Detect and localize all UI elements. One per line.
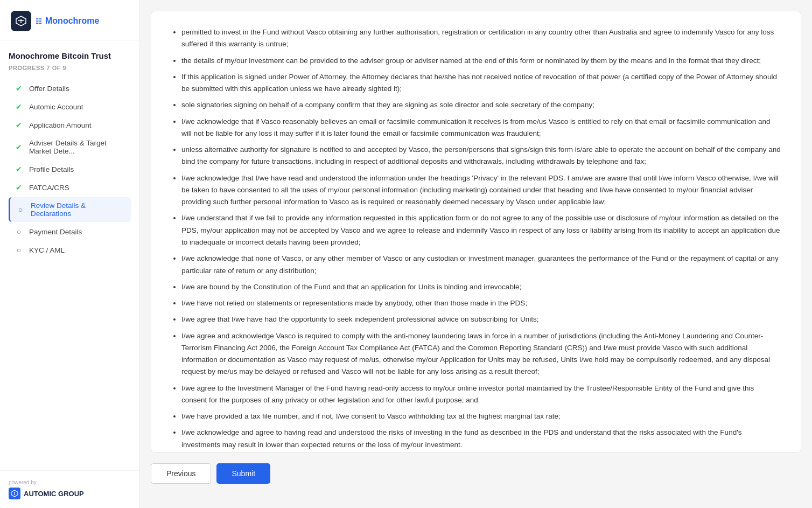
- nav-item-label: Automic Account: [29, 103, 83, 111]
- check-icon: ✔: [14, 143, 24, 151]
- sidebar-item-fatca-crs[interactable]: ✔FATCA/CRS: [9, 179, 131, 196]
- previous-button[interactable]: Previous: [151, 463, 211, 484]
- brand-icon: ☷: [36, 17, 42, 25]
- declarations-text: permitted to invest in the Fund without …: [171, 26, 781, 453]
- sidebar-item-offer-details[interactable]: ✔Offer Details: [9, 80, 131, 97]
- nav-item-label: Adviser Details & Target Market Dete...: [29, 139, 125, 155]
- sidebar-item-review-details[interactable]: ○Review Details & Declarations: [9, 197, 131, 222]
- sidebar-footer: powered by AUTOMIC GROUP: [0, 470, 139, 508]
- check-icon: ✔: [14, 84, 24, 93]
- nav-item-label: Payment Details: [29, 228, 82, 236]
- automic-icon: [9, 488, 20, 499]
- sidebar: ☷ Monochrome Monochrome Bitcoin Trust PR…: [0, 0, 140, 508]
- content-card: permitted to invest in the Fund without …: [151, 11, 801, 453]
- sidebar-logo-area: ☷ Monochrome: [0, 0, 139, 40]
- nav-item-label: Application Amount: [29, 121, 92, 129]
- nav-item-label: KYC / AML: [29, 246, 65, 254]
- nav-item-label: Offer Details: [29, 85, 69, 93]
- check-icon: ✔: [14, 121, 24, 129]
- sidebar-item-payment-details[interactable]: ○Payment Details: [9, 223, 131, 240]
- main-content-area: permitted to invest in the Fund without …: [140, 0, 812, 508]
- submit-button[interactable]: Submit: [216, 463, 270, 484]
- automic-brand-text: AUTOMIC GROUP: [24, 490, 84, 498]
- sidebar-item-adviser-details[interactable]: ✔Adviser Details & Target Market Dete...: [9, 135, 131, 159]
- sidebar-item-kyc-aml[interactable]: ○KYC / AML: [9, 241, 131, 259]
- check-icon: ✔: [14, 183, 24, 192]
- circle-icon: ○: [16, 205, 25, 214]
- circle-icon: ○: [14, 227, 24, 236]
- brand-name: ☷ Monochrome: [36, 16, 99, 26]
- nav-item-label: Review Details & Declarations: [31, 201, 125, 218]
- nav-item-label: Profile Details: [29, 165, 74, 173]
- check-icon: ✔: [14, 165, 24, 173]
- powered-by-label: powered by: [9, 479, 131, 485]
- automic-logo: AUTOMIC GROUP: [9, 488, 131, 499]
- nav-item-label: FATCA/CRS: [29, 184, 69, 192]
- circle-icon: ○: [14, 246, 24, 254]
- sidebar-item-application-amount[interactable]: ✔Application Amount: [9, 116, 131, 134]
- fund-title: Monochrome Bitcoin Trust: [9, 51, 131, 60]
- sidebar-item-automic-account[interactable]: ✔Automic Account: [9, 98, 131, 115]
- check-icon: ✔: [14, 102, 24, 111]
- footer-buttons: Previous Submit: [151, 463, 801, 484]
- app-logo-icon: [11, 11, 31, 31]
- sidebar-item-profile-details[interactable]: ✔Profile Details: [9, 161, 131, 178]
- progress-label: PROGRESS 7 OF 9: [9, 65, 131, 71]
- sidebar-nav: Monochrome Bitcoin Trust PROGRESS 7 OF 9…: [0, 40, 139, 470]
